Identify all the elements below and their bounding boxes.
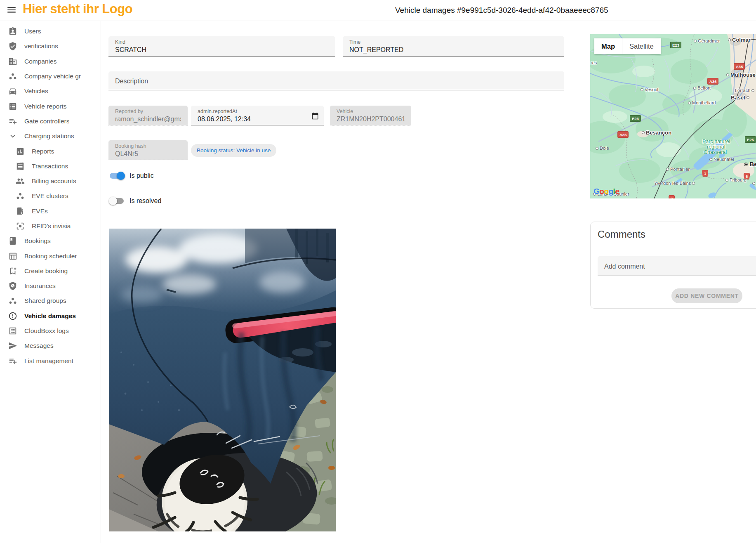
- kind-input[interactable]: [108, 36, 335, 56]
- sidebar-item-label: Vehicle damages: [24, 312, 76, 320]
- sidebar-item-label: Companies: [24, 58, 57, 65]
- sidebar-item-create-booking[interactable]: Create booking: [0, 264, 101, 279]
- reported-at-input[interactable]: [191, 106, 324, 125]
- sidebar-item-companies[interactable]: Companies: [0, 54, 101, 69]
- map-label: Belfort: [692, 85, 711, 90]
- map-label: E25: [745, 136, 756, 143]
- sidebar-item-verifications[interactable]: verifications: [0, 39, 101, 54]
- google-logo[interactable]: Google: [593, 187, 619, 196]
- reported-at-field[interactable]: admin.reportedAt: [191, 106, 324, 125]
- sidebar-item-vehicle-damages[interactable]: Vehicle damages: [0, 309, 101, 323]
- is-resolved-label: Is resolved: [130, 197, 161, 205]
- map-label: Montbéliard: [687, 100, 716, 105]
- app-logo: Hier steht ihr Logo: [23, 2, 132, 17]
- map-label: Besançon: [641, 130, 671, 136]
- sidebar-item-label: Vehicle reports: [24, 103, 67, 110]
- time-input[interactable]: [343, 36, 564, 56]
- sidebar-item-messages[interactable]: Messages: [0, 338, 101, 353]
- add-comment-field[interactable]: [598, 256, 756, 276]
- sidebar-item-label: Vehicles: [24, 87, 48, 95]
- workspaces-icon: [8, 72, 17, 81]
- sidebar-item-label: EVEs: [32, 208, 48, 215]
- sidebar-item-rfids-invisia[interactable]: RFID's invisia: [0, 219, 101, 234]
- shield-check-icon: [8, 42, 17, 51]
- map-label: Basel: [731, 94, 751, 101]
- topbar: Hier steht ihr Logo Vehicle damages #9e9…: [0, 0, 756, 21]
- sidebar-item-cloudboxx-logs[interactable]: CloudBoxx logs: [0, 323, 101, 338]
- city-marker-icon: [728, 38, 731, 41]
- reported-by-field: Reported by: [108, 106, 188, 125]
- bookmark-add-icon: [8, 267, 17, 276]
- booking-hash-field: Booking hash: [108, 140, 188, 160]
- calendar-icon[interactable]: [311, 112, 319, 120]
- sidebar-item-billing-accounts[interactable]: Billing accounts: [0, 174, 101, 189]
- sidebar-item-reports[interactable]: Reports: [0, 144, 101, 158]
- time-field[interactable]: Time: [343, 36, 564, 57]
- bar-chart-icon: [16, 147, 25, 156]
- map-button[interactable]: Map: [594, 38, 622, 54]
- workspaces-icon: [16, 191, 25, 201]
- map-label: Fribourg: [724, 177, 747, 182]
- people-icon: [16, 177, 25, 186]
- map-label: E23: [670, 42, 681, 48]
- city-marker-icon: [694, 40, 697, 42]
- sidebar-item-users[interactable]: Users: [0, 24, 101, 39]
- sidebar-item-vehicles[interactable]: Vehicles: [0, 84, 101, 99]
- sidebar-item-list-management[interactable]: List management: [0, 354, 101, 368]
- is-public-label: Is public: [130, 172, 154, 179]
- add-comment-input[interactable]: [598, 256, 756, 276]
- sidebar-item-label: Users: [24, 28, 41, 35]
- is-resolved-switch[interactable]: [109, 197, 125, 205]
- sidebar-item-insurances[interactable]: Insurances: [0, 279, 101, 293]
- sidebar-item-transactions[interactable]: Transactions: [0, 159, 101, 174]
- map-label: Th: [751, 181, 756, 186]
- city-marker-icon: [751, 89, 754, 92]
- sidebar-item-eves[interactable]: EVEs: [0, 204, 101, 219]
- book-icon: [8, 236, 17, 246]
- sidebar-item-shared-groups[interactable]: Shared groups: [0, 293, 101, 308]
- map-labels: GérardmerColmarE23A35MulhouseA36BelfortV…: [590, 34, 756, 198]
- is-public-switch[interactable]: [109, 172, 125, 180]
- description-field[interactable]: [108, 71, 564, 90]
- sidebar-item-bookings[interactable]: Bookings: [0, 234, 101, 248]
- city-marker-icon: [725, 179, 728, 182]
- menu-button[interactable]: [6, 5, 17, 16]
- sidebar-item-gate-controllers[interactable]: Gate controllers: [0, 114, 101, 129]
- map-label: Mulhouse: [725, 72, 756, 78]
- user-badge-icon: [8, 27, 17, 36]
- scan-focus-icon: [16, 222, 25, 231]
- sidebar-item-vehicle-reports[interactable]: Vehicle reports: [0, 99, 101, 113]
- damage-photo[interactable]: [109, 229, 336, 531]
- playlist-add-icon: [8, 117, 17, 126]
- damage-photo-image: [109, 229, 336, 531]
- sidebar-item-label: Billing accounts: [32, 177, 76, 185]
- sidebar-item-eve-clusters[interactable]: EVE clusters: [0, 189, 101, 203]
- sidebar-item-label: Reports: [32, 148, 54, 155]
- satellite-button[interactable]: Satellite: [622, 38, 661, 54]
- error-outline-icon: [8, 312, 17, 321]
- playlist-add-icon: [8, 356, 17, 366]
- sidebar-item-label: RFID's invisia: [32, 222, 71, 230]
- ev-charger-icon: [16, 207, 25, 216]
- sidebar: Users verifications Companies Company ve…: [0, 21, 101, 543]
- map-label: 1: [702, 170, 708, 177]
- sidebar-item-booking-scheduler[interactable]: Booking scheduler: [0, 248, 101, 263]
- map[interactable]: GérardmerColmarE23A35MulhouseA36BelfortV…: [590, 34, 756, 198]
- description-input[interactable]: [108, 71, 564, 90]
- sidebar-item-charging-stations[interactable]: Charging stations: [0, 129, 101, 144]
- sidebar-item-label: verifications: [24, 42, 58, 50]
- is-public-toggle-row[interactable]: Is public: [109, 172, 154, 180]
- city-marker-icon: [752, 182, 755, 185]
- booking-status-chip[interactable]: Booking status: Vehicle in use: [191, 144, 276, 157]
- is-resolved-toggle-row[interactable]: Is resolved: [109, 197, 161, 205]
- table-chart-icon: [8, 252, 17, 261]
- map-label: Gérardmer: [692, 38, 720, 43]
- kind-field[interactable]: Kind: [108, 36, 335, 57]
- map-type-control: Map Satellite: [594, 38, 661, 54]
- capital-marker-icon: [744, 163, 748, 166]
- sidebar-item-label: Booking scheduler: [24, 253, 77, 260]
- hamburger-icon: [6, 5, 17, 15]
- city-marker-icon: [641, 88, 643, 91]
- comments-card: Comments ADD NEW COMMENT: [590, 222, 756, 309]
- sidebar-item-company-vehicle-groups[interactable]: Company vehicle gr: [0, 69, 101, 84]
